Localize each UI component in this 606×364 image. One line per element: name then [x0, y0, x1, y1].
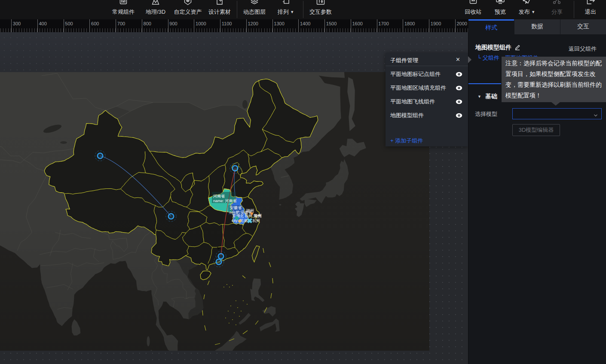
- svg-text:河南省: 河南省: [213, 194, 225, 198]
- svg-text:湖州: 湖州: [246, 208, 254, 213]
- svg-text:name: 河南省: name: 河南省: [213, 199, 237, 203]
- svg-text:常州: 常州: [254, 213, 262, 218]
- svg-text:安徽省: 安徽省: [230, 205, 242, 210]
